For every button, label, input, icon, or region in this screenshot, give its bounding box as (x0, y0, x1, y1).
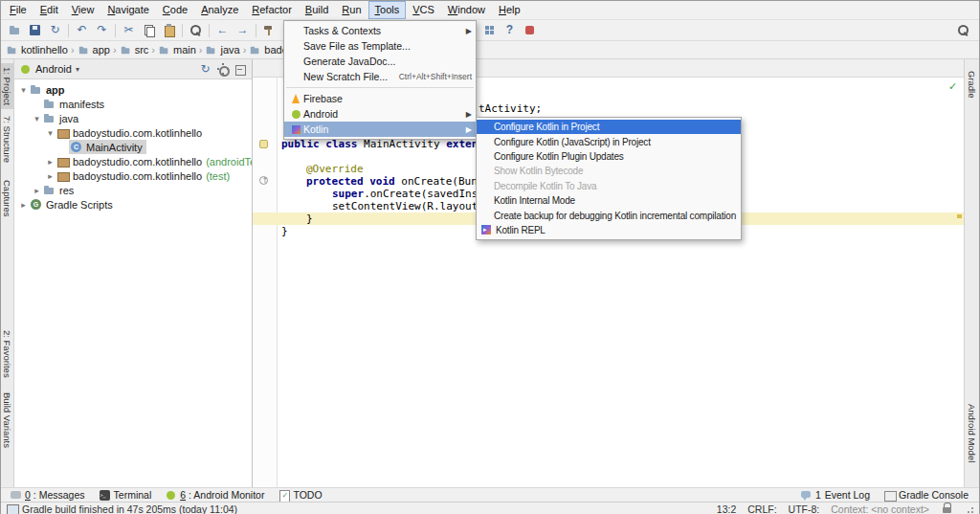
menu-vcs[interactable]: VCS (406, 1, 441, 19)
toolstrip-gradle[interactable]: Gradle (966, 67, 978, 102)
tree-node-label: badoystudio.com.kotlinhello (73, 127, 202, 139)
toolwindow-button-android-monitor[interactable]: 6: Android Monitor (158, 488, 271, 502)
menu-item-tasks-contexts[interactable]: Tasks & Contexts▶ (284, 23, 476, 38)
breadcrumb-src[interactable]: src (120, 44, 149, 56)
tree-node-java[interactable]: ▾java (14, 111, 252, 125)
toolwindow-button-terminal[interactable]: Terminal (92, 488, 159, 502)
menu-item-kotlin-internal-mode[interactable]: Kotlin Internal Mode (477, 193, 741, 208)
menu-item-configure-kotlin-in-project[interactable]: Configure Kotlin in Project (477, 120, 741, 134)
tree-node-badoystudio-com-kotlinhello-test[interactable]: ▸badoystudio.com.kotlinhello (test) (14, 168, 252, 183)
breadcrumb-app[interactable]: app (78, 44, 110, 56)
menu-item-configure-kotlin-plugin-updates[interactable]: Configure Kotlin Plugin Updates (477, 149, 741, 164)
todo-icon (278, 489, 290, 502)
project-view-label: Android (35, 63, 72, 75)
tree-node-app[interactable]: ▾app (14, 82, 252, 97)
toolstrip-android-model[interactable]: Android Model (966, 400, 978, 466)
toolwindow-switcher-icon[interactable] (6, 503, 18, 514)
project-view-selector[interactable]: Android ▾ (19, 63, 79, 76)
menu-tools[interactable]: Tools (368, 1, 407, 19)
menu-item-show-kotlin-bytecode[interactable]: Show Kotlin Bytecode (477, 164, 741, 178)
menu-item-kotlin[interactable]: Kotlin▶ (284, 122, 476, 137)
editor-gutter[interactable] (253, 78, 278, 487)
toolwindow-button-messages[interactable]: 0: Messages (3, 488, 92, 502)
lock-icon[interactable] (941, 503, 953, 514)
menu-item-configure-kotlin-javascript-in-project[interactable]: Configure Kotlin (JavaScript) in Project (477, 134, 741, 148)
toolstrip-captures[interactable]: Captures (1, 176, 13, 221)
menu-item-firebase[interactable]: Firebase (284, 91, 476, 106)
help-icon[interactable]: ? (500, 21, 520, 40)
toolstrip-build-variants[interactable]: Build Variants (1, 389, 13, 452)
menu-item-label: Kotlin Internal Mode (494, 195, 575, 206)
menu-refactor[interactable]: Refactor (245, 1, 299, 19)
menu-run[interactable]: Run (335, 1, 368, 19)
menu-view[interactable]: View (65, 1, 101, 19)
caret-position-widget[interactable]: 13:2 (717, 503, 736, 514)
override-marker-icon[interactable] (259, 176, 268, 185)
resize-grip[interactable] (965, 504, 974, 514)
breadcrumb-kotlinhello[interactable]: kotlinhello (6, 44, 68, 56)
menu-code[interactable]: Code (156, 1, 194, 19)
tree-node-badoystudio-com-kotlinhello-androidtest[interactable]: ▸badoystudio.com.kotlinhello (androidTes… (14, 154, 252, 168)
menu-item-create-backup-for-debugging-kotlin-incremental-compilation[interactable]: Create backup for debugging Kotlin incre… (477, 208, 741, 222)
menu-item-generate-javadoc[interactable]: Generate JavaDoc... (284, 54, 476, 69)
tree-node-res[interactable]: ▸res (14, 183, 252, 197)
gutter-marker-icon[interactable] (259, 140, 268, 148)
back-icon[interactable]: ← (212, 21, 233, 40)
undo-icon[interactable]: ↶ (72, 21, 92, 40)
toolwindow-button-gradle-console[interactable]: Gradle Console (877, 488, 975, 502)
redo-icon[interactable]: ↷ (92, 21, 112, 40)
cut-icon[interactable]: ✂ (119, 21, 139, 40)
folder-icon (43, 184, 56, 196)
monitor-icon[interactable] (520, 21, 540, 40)
tree-node-gradle-scripts[interactable]: ▸Gradle Scripts (14, 197, 252, 212)
tree-node-badoystudio-com-kotlinhello[interactable]: ▾badoystudio.com.kotlinhello (14, 125, 252, 140)
menu-file[interactable]: File (3, 1, 33, 19)
tree-node-content: manifests (42, 97, 108, 111)
toolwindow-button-event-log[interactable]: 1Event Log (793, 488, 877, 502)
encoding-widget[interactable]: UTF-8: (789, 503, 820, 514)
toolwindow-button-todo[interactable]: TODO (271, 488, 328, 502)
save-all-icon[interactable] (25, 21, 45, 40)
breadcrumb-main[interactable]: main (158, 44, 196, 56)
menu-window[interactable]: Window (441, 1, 492, 19)
open-icon[interactable] (5, 21, 25, 40)
copy-icon[interactable] (139, 21, 159, 40)
menu-edit[interactable]: Edit (33, 1, 65, 19)
gear-icon[interactable] (215, 61, 230, 77)
tree-node-manifests[interactable]: manifests (14, 97, 252, 111)
tree-node-mainactivity[interactable]: MainActivity (14, 140, 252, 154)
menu-item-kotlin-repl[interactable]: Kotlin REPL (477, 223, 741, 237)
class-icon (70, 141, 82, 153)
toolstrip-7-structure[interactable]: 7: Structure (1, 112, 13, 167)
scrollbar-warning-mark[interactable] (957, 214, 962, 218)
line-separator-widget[interactable]: CRLF: (747, 503, 776, 514)
search-everywhere-icon[interactable] (953, 21, 973, 40)
menu-help[interactable]: Help (492, 1, 527, 19)
menu-item-label: Decompile Kotlin To Java (494, 181, 596, 191)
collapse-all-icon[interactable] (233, 61, 247, 77)
sync-icon[interactable]: ↻ (45, 21, 65, 40)
toolstrip-1-project[interactable]: 1: Project (1, 63, 13, 109)
tools-menu: Tasks & Contexts▶Save File as Template..… (283, 20, 477, 140)
menu-item-new-scratch-file[interactable]: New Scratch File...Ctrl+Alt+Shift+Insert (284, 69, 476, 84)
toolbar-right-group (953, 20, 973, 40)
menu-item-android[interactable]: Android▶ (284, 106, 476, 122)
android-studio-window: FileEditViewNavigateCodeAnalyzeRefactorB… (0, 0, 980, 514)
menu-navigate[interactable]: Navigate (100, 1, 155, 19)
menu-item-label: New Scratch File... (303, 71, 388, 82)
compile-icon[interactable] (259, 21, 279, 40)
find-icon[interactable] (186, 21, 206, 40)
menu-analyze[interactable]: Analyze (194, 1, 245, 19)
forward-icon[interactable]: → (233, 21, 253, 40)
menu-item-decompile-kotlin-to-java[interactable]: Decompile Kotlin To Java (477, 179, 741, 193)
project-structure-icon[interactable] (479, 21, 500, 40)
paste-icon[interactable] (159, 21, 179, 40)
menu-build[interactable]: Build (299, 1, 335, 19)
find-glyph-icon (189, 24, 202, 36)
breadcrumb-java[interactable]: java (205, 44, 239, 56)
breadcrumb-label: app (93, 44, 110, 56)
toolstrip-2-favorites[interactable]: 2: Favorites (1, 326, 13, 382)
menu-item-save-file-as-template[interactable]: Save File as Template... (284, 38, 476, 54)
inspection-status-icon[interactable] (948, 80, 961, 93)
sync-icon[interactable]: ↻ (198, 61, 212, 77)
